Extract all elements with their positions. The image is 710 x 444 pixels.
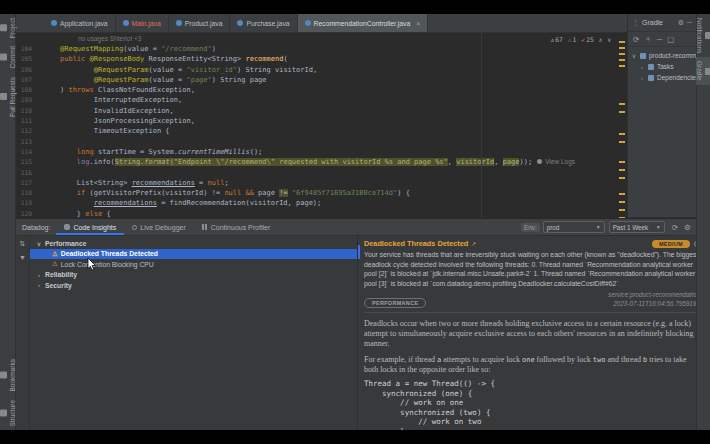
filter-icon[interactable]: ▼ (19, 254, 26, 261)
insight-group-row[interactable]: ›Reliability (30, 270, 357, 281)
example-code-block: Thread a = new Thread(() -> { synchroniz… (364, 379, 700, 430)
editor-tab-label: Application.java (60, 20, 108, 27)
editor-tab[interactable]: RecommendationController.java× (298, 14, 429, 32)
insight-title-link[interactable]: Deadlocked Threads Detected (364, 239, 468, 248)
code-editor[interactable]: no usages Shterlot +3 104@RequestMapping… (16, 33, 627, 218)
warning-mark[interactable] (619, 47, 625, 49)
code-vision-hint[interactable]: no usages Shterlot +3 (16, 33, 627, 44)
minus-icon[interactable]: ─ (657, 35, 662, 44)
tool-strip-item-bookmarks[interactable]: Bookmarks (0, 355, 16, 396)
external-link-icon[interactable]: ↗ (471, 240, 476, 247)
time-range-select[interactable]: Past 1 Week▼ (609, 221, 665, 233)
warning-mark[interactable] (619, 169, 625, 171)
env-select[interactable]: prod▼ (543, 221, 605, 233)
chevron-icon[interactable]: › (639, 64, 645, 70)
warning-mark[interactable] (619, 161, 625, 163)
right-margin-guide (481, 33, 482, 218)
tool-strip-item-project[interactable]: Project (0, 14, 16, 42)
editor-tab[interactable]: Application.java (44, 14, 116, 32)
warning-mark[interactable] (619, 141, 625, 143)
warning-mark[interactable] (619, 65, 625, 67)
gear-icon[interactable]: ⚙ (678, 19, 684, 27)
line-number: 112 (16, 126, 40, 136)
add-icon[interactable]: ＋ (644, 34, 652, 44)
editor-tab[interactable]: Main.java (116, 14, 169, 32)
warning-mark[interactable] (619, 193, 625, 195)
refresh-icon[interactable]: ⟳ (672, 223, 678, 232)
inspection-count[interactable]: ✔25 (581, 36, 593, 43)
more-vertical-icon[interactable]: ⋮ (632, 19, 639, 27)
chevron-icon[interactable]: ∨ (36, 240, 42, 247)
insight-group-row[interactable]: ∨Performance (30, 238, 357, 249)
datadog-tab[interactable]: Code Insights (56, 219, 124, 235)
warning-mark[interactable] (619, 133, 625, 135)
line-number: 117 (16, 178, 40, 188)
warning-icon: ⚠ (52, 260, 58, 268)
warning-mark[interactable] (619, 111, 625, 113)
editor-tab-bar: Application.javaMain.javaProduct.javaPur… (16, 14, 627, 33)
tool-strip-item-structure[interactable]: Structure (0, 396, 16, 430)
code-line: 120 } else { (16, 209, 627, 218)
warning-mark[interactable] (619, 177, 625, 179)
gradle-tree-node[interactable]: ›Tasks (628, 61, 696, 72)
editor-tab[interactable]: Product.java (169, 14, 231, 32)
tool-strip-label: Project (9, 18, 16, 38)
insight-detail-pane: Deadlocked Threads Detected ↗ MEDIUM You… (358, 236, 710, 430)
code-line: 112 TimeoutException { (16, 126, 627, 136)
line-number: 116 (16, 168, 40, 178)
inspection-count[interactable]: ⚠67 (550, 36, 562, 43)
group-by-icon[interactable]: ⇅ (20, 240, 26, 248)
code-line: 113 (16, 137, 627, 147)
warning-mark[interactable] (619, 53, 625, 55)
service-tag: service:product-recommendation (608, 291, 700, 298)
inspection-count[interactable]: ⚠1 (568, 36, 577, 43)
view-logs-link[interactable]: View Logs (543, 158, 575, 165)
line-number: 109 (16, 95, 40, 105)
editor-tab[interactable]: Purchase.java (230, 14, 297, 32)
chevron-icon[interactable]: › (36, 282, 42, 288)
insight-row[interactable]: ⚠Deadlocked Threads Detected (30, 249, 357, 260)
left-tool-strip: ProjectCommitPull RequestsBookmarksStruc… (0, 14, 16, 430)
editor-tab-label: Main.java (132, 20, 161, 27)
tool-strip-item-pull-requests[interactable]: Pull Requests (0, 73, 16, 121)
warning-mark[interactable] (619, 59, 625, 61)
close-icon[interactable]: × (416, 20, 420, 27)
java-class-icon (305, 20, 311, 26)
insight-label: Security (45, 282, 72, 289)
warning-mark[interactable] (619, 103, 625, 105)
tool-strip-item-notifications[interactable]: Notifications (696, 14, 710, 57)
code-line: 109 InterruptedException, (16, 95, 627, 105)
inspections-widget[interactable]: ⚠67⚠1✔25∧∨ (550, 36, 611, 43)
java-class-icon (51, 20, 57, 26)
gradle-panel: ⋮ Gradle ⚙ ─ ⟳ ＋ ─ ▢ ∨product-recommenda… (627, 14, 696, 218)
gear-icon[interactable]: ⚙ (684, 223, 691, 232)
right-tool-strip: NotificationsGradle (696, 14, 710, 430)
tool-strip-item-gradle[interactable]: Gradle (696, 57, 710, 85)
datadog-tab[interactable]: Continuous Profiler (194, 219, 279, 235)
deadlock-explanation: Deadlocks occur when two or more threads… (364, 319, 700, 349)
warning-mark[interactable] (619, 41, 625, 43)
insight-row[interactable]: ⚠Lock Contention Blocking CPU (30, 259, 357, 270)
refresh-icon[interactable]: ⟳ (633, 35, 639, 44)
gradle-tree-node[interactable]: ∨product-recommendation (628, 50, 696, 61)
gradle-tree-node[interactable]: ›Dependencies (628, 72, 696, 83)
category-chip: PERFORMANCE (364, 298, 426, 308)
line-number: 104 (16, 44, 40, 54)
editor-scroll-marker-bar[interactable] (617, 33, 627, 218)
chevron-icon[interactable]: › (36, 272, 42, 278)
insight-label: Performance (45, 240, 87, 247)
warning-mark[interactable] (619, 209, 625, 211)
panel-layout-icon[interactable]: ▢ (667, 35, 674, 44)
chevron-icon[interactable]: ∨ (631, 52, 637, 59)
minimize-icon[interactable]: ─ (687, 19, 692, 26)
code-line: 117 List<String> recommendations = null; (16, 178, 627, 188)
datadog-tab[interactable]: Live Debugger (124, 219, 194, 235)
editor-tab-label: Purchase.java (246, 20, 289, 27)
warning-mark[interactable] (619, 201, 625, 203)
tool-strip-item-commit[interactable]: Commit (0, 42, 16, 72)
code-line: 104@RequestMapping(value = "/recommend") (16, 44, 627, 54)
chevron-icon[interactable]: › (639, 75, 645, 81)
chevron-up-icon[interactable]: ∧ (599, 36, 603, 43)
insight-group-row[interactable]: ›Security (30, 280, 357, 291)
chevron-down-icon[interactable]: ∨ (607, 36, 611, 43)
